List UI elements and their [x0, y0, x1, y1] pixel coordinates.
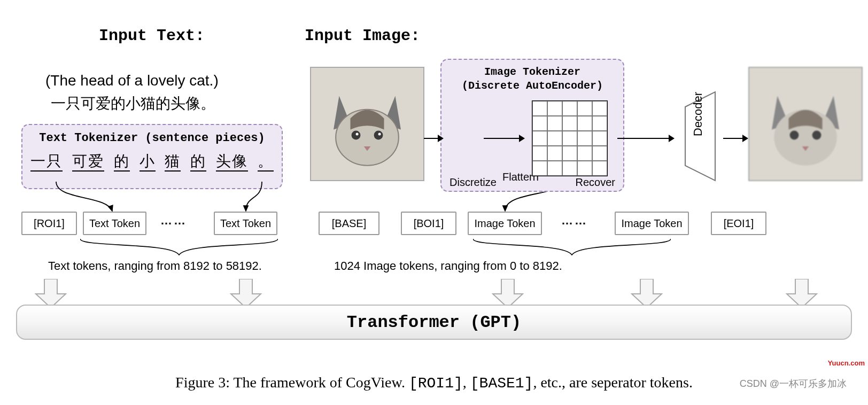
figure-caption: Figure 3: The framework of CogView. [ROI… — [0, 374, 868, 392]
svg-point-6 — [378, 133, 381, 135]
image-tokens-brace — [473, 238, 671, 256]
sentence-piece: 小 — [140, 153, 156, 172]
caption-suffix: , etc., are seperator tokens. — [533, 374, 693, 391]
text-token-box: Text Token — [83, 212, 146, 235]
input-text-header: Input Text: — [99, 27, 205, 45]
down-arrow-icon — [786, 279, 818, 308]
roi1-token: [ROI1] — [21, 212, 77, 235]
text-tokens-brace — [80, 238, 278, 256]
image-tokens-range-label: 1024 Image tokens, ranging from 0 to 819… — [334, 259, 562, 273]
down-arrow-icon — [631, 279, 663, 308]
sentence-piece: 头像 — [216, 153, 248, 172]
input-text-chinese: 一只可爱的小猫的头像。 — [51, 94, 215, 114]
boi1-token: [BOI1] — [401, 212, 456, 235]
arrow-grid-to-decoder — [617, 133, 675, 144]
sentence-piece: 。 — [258, 153, 274, 172]
svg-point-5 — [356, 133, 359, 135]
sentence-piece: 猫 — [165, 153, 181, 172]
svg-point-10 — [812, 131, 821, 140]
caption-mid: , — [463, 374, 470, 391]
caption-code-roi1: [ROI1] — [409, 375, 463, 392]
ellipsis-image-tokens: …… — [561, 214, 588, 228]
text-token-box: Text Token — [214, 212, 277, 235]
output-cat-image — [748, 67, 863, 181]
sentence-piece: 的 — [114, 153, 130, 172]
down-arrow-icon — [492, 279, 524, 308]
caption-prefix: Figure 3: The framework of CogView. — [175, 374, 409, 391]
caption-code-base1: [BASE1] — [470, 375, 533, 392]
input-cat-image — [310, 67, 424, 181]
image-tokenizer-title: Image Tokenizer (Discrete AutoEncoder) — [441, 65, 623, 93]
watermark-csdn: CSDN @一杯可乐多加冰 — [740, 377, 847, 390]
discrete-token-grid — [532, 100, 608, 176]
down-arrow-icon — [230, 279, 262, 308]
decoder-label: Decoder — [691, 92, 705, 136]
image-token-box: Image Token — [615, 212, 689, 235]
arrow-decoder-to-output — [723, 133, 749, 144]
sentence-piece: 可爱 — [72, 153, 104, 172]
watermark-site: Yuucn.com — [828, 359, 865, 367]
arrow-image-to-encoder — [424, 133, 444, 144]
text-tokenizer-title: Text Tokenizer (sentence pieces) — [22, 131, 282, 145]
ellipsis-text-tokens: …… — [160, 214, 187, 228]
text-piece-to-token-arrow-left — [32, 179, 123, 216]
sentence-piece: 的 — [190, 153, 206, 172]
text-piece-to-token-arrow-right — [208, 179, 273, 216]
eoi1-token: [EOI1] — [711, 212, 766, 235]
tokenized-pieces: 一只 可爱 的 小 猫 的 头像 。 — [22, 151, 282, 172]
discretize-label: Discretize — [449, 176, 497, 189]
down-arrow-icon — [35, 279, 67, 308]
base-token: [BASE] — [319, 212, 379, 235]
input-image-header: Input Image: — [305, 27, 420, 45]
text-tokens-range-label: Text tokens, ranging from 8192 to 58192. — [48, 259, 262, 273]
svg-point-3 — [352, 131, 361, 140]
arrow-encoder-to-grid — [484, 133, 525, 144]
svg-point-4 — [374, 131, 383, 140]
sentence-piece: 一只 — [30, 153, 63, 172]
image-tokenizer-title-line2: (Discrete AutoEncoder) — [462, 80, 603, 92]
transformer-box: Transformer (GPT) — [16, 305, 852, 340]
svg-point-9 — [790, 131, 799, 140]
image-tokenizer-title-line1: Image Tokenizer — [484, 66, 580, 78]
recover-label: Recover — [576, 176, 615, 189]
image-token-box: Image Token — [468, 212, 542, 235]
input-text-english: (The head of a lovely cat.) — [45, 72, 219, 89]
